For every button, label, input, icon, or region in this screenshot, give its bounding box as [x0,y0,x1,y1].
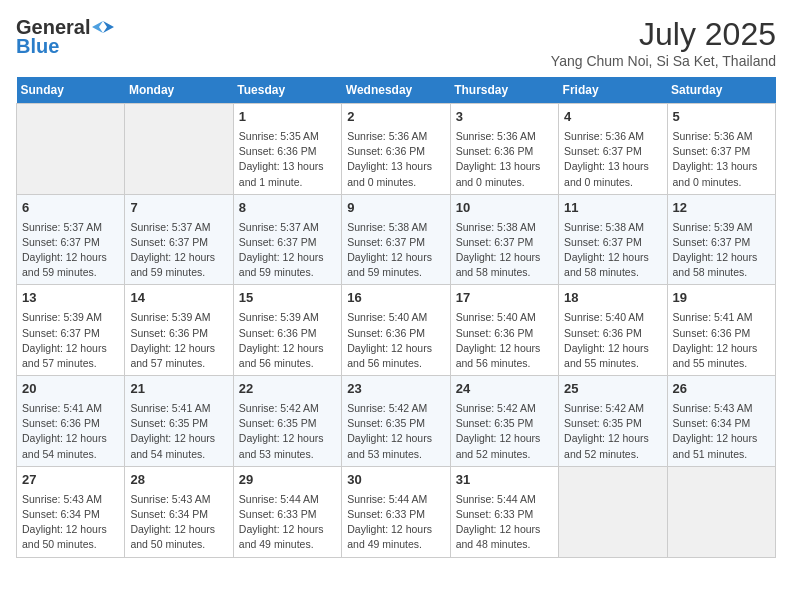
day-info: Sunrise: 5:35 AM Sunset: 6:36 PM Dayligh… [239,129,336,190]
day-number: 7 [130,199,227,218]
day-number: 8 [239,199,336,218]
day-info: Sunrise: 5:41 AM Sunset: 6:36 PM Dayligh… [22,401,119,462]
day-info: Sunrise: 5:39 AM Sunset: 6:36 PM Dayligh… [239,310,336,371]
calendar-cell [667,466,775,557]
calendar-week-row: 20Sunrise: 5:41 AM Sunset: 6:36 PM Dayli… [17,376,776,467]
day-number: 30 [347,471,444,490]
calendar-cell: 3Sunrise: 5:36 AM Sunset: 6:36 PM Daylig… [450,104,558,195]
calendar-cell: 30Sunrise: 5:44 AM Sunset: 6:33 PM Dayli… [342,466,450,557]
calendar-cell [125,104,233,195]
calendar-cell: 15Sunrise: 5:39 AM Sunset: 6:36 PM Dayli… [233,285,341,376]
calendar-cell: 8Sunrise: 5:37 AM Sunset: 6:37 PM Daylig… [233,194,341,285]
calendar-cell: 7Sunrise: 5:37 AM Sunset: 6:37 PM Daylig… [125,194,233,285]
logo: General Blue [16,16,114,58]
calendar-table: SundayMondayTuesdayWednesdayThursdayFrid… [16,77,776,558]
day-info: Sunrise: 5:37 AM Sunset: 6:37 PM Dayligh… [239,220,336,281]
calendar-cell: 9Sunrise: 5:38 AM Sunset: 6:37 PM Daylig… [342,194,450,285]
calendar-cell: 31Sunrise: 5:44 AM Sunset: 6:33 PM Dayli… [450,466,558,557]
column-header-saturday: Saturday [667,77,775,104]
day-info: Sunrise: 5:37 AM Sunset: 6:37 PM Dayligh… [22,220,119,281]
logo-blue: Blue [16,35,59,58]
day-number: 4 [564,108,661,127]
day-info: Sunrise: 5:36 AM Sunset: 6:37 PM Dayligh… [673,129,770,190]
day-number: 3 [456,108,553,127]
calendar-header-row: SundayMondayTuesdayWednesdayThursdayFrid… [17,77,776,104]
day-info: Sunrise: 5:38 AM Sunset: 6:37 PM Dayligh… [564,220,661,281]
page-header: General Blue July 2025 Yang Chum Noi, Si… [16,16,776,69]
calendar-cell: 20Sunrise: 5:41 AM Sunset: 6:36 PM Dayli… [17,376,125,467]
location-subtitle: Yang Chum Noi, Si Sa Ket, Thailand [551,53,776,69]
calendar-week-row: 13Sunrise: 5:39 AM Sunset: 6:37 PM Dayli… [17,285,776,376]
day-info: Sunrise: 5:42 AM Sunset: 6:35 PM Dayligh… [239,401,336,462]
day-info: Sunrise: 5:36 AM Sunset: 6:37 PM Dayligh… [564,129,661,190]
column-header-sunday: Sunday [17,77,125,104]
day-info: Sunrise: 5:44 AM Sunset: 6:33 PM Dayligh… [239,492,336,553]
day-info: Sunrise: 5:42 AM Sunset: 6:35 PM Dayligh… [347,401,444,462]
day-number: 13 [22,289,119,308]
svg-marker-1 [92,21,103,33]
day-info: Sunrise: 5:40 AM Sunset: 6:36 PM Dayligh… [456,310,553,371]
title-block: July 2025 Yang Chum Noi, Si Sa Ket, Thai… [551,16,776,69]
day-number: 26 [673,380,770,399]
day-number: 14 [130,289,227,308]
day-info: Sunrise: 5:40 AM Sunset: 6:36 PM Dayligh… [564,310,661,371]
day-info: Sunrise: 5:41 AM Sunset: 6:36 PM Dayligh… [673,310,770,371]
calendar-week-row: 27Sunrise: 5:43 AM Sunset: 6:34 PM Dayli… [17,466,776,557]
day-number: 18 [564,289,661,308]
day-number: 6 [22,199,119,218]
day-number: 9 [347,199,444,218]
day-info: Sunrise: 5:38 AM Sunset: 6:37 PM Dayligh… [456,220,553,281]
day-number: 10 [456,199,553,218]
calendar-cell [17,104,125,195]
calendar-cell: 12Sunrise: 5:39 AM Sunset: 6:37 PM Dayli… [667,194,775,285]
calendar-cell: 18Sunrise: 5:40 AM Sunset: 6:36 PM Dayli… [559,285,667,376]
month-year-title: July 2025 [551,16,776,53]
day-number: 20 [22,380,119,399]
calendar-cell: 27Sunrise: 5:43 AM Sunset: 6:34 PM Dayli… [17,466,125,557]
day-number: 15 [239,289,336,308]
column-header-monday: Monday [125,77,233,104]
calendar-cell [559,466,667,557]
day-info: Sunrise: 5:39 AM Sunset: 6:37 PM Dayligh… [673,220,770,281]
day-number: 17 [456,289,553,308]
calendar-cell: 19Sunrise: 5:41 AM Sunset: 6:36 PM Dayli… [667,285,775,376]
day-info: Sunrise: 5:36 AM Sunset: 6:36 PM Dayligh… [347,129,444,190]
calendar-cell: 10Sunrise: 5:38 AM Sunset: 6:37 PM Dayli… [450,194,558,285]
day-number: 22 [239,380,336,399]
day-info: Sunrise: 5:43 AM Sunset: 6:34 PM Dayligh… [22,492,119,553]
day-number: 31 [456,471,553,490]
day-info: Sunrise: 5:38 AM Sunset: 6:37 PM Dayligh… [347,220,444,281]
day-number: 29 [239,471,336,490]
column-header-tuesday: Tuesday [233,77,341,104]
column-header-wednesday: Wednesday [342,77,450,104]
calendar-cell: 17Sunrise: 5:40 AM Sunset: 6:36 PM Dayli… [450,285,558,376]
day-number: 2 [347,108,444,127]
calendar-cell: 22Sunrise: 5:42 AM Sunset: 6:35 PM Dayli… [233,376,341,467]
logo-bird-icon [92,17,114,39]
column-header-thursday: Thursday [450,77,558,104]
calendar-cell: 25Sunrise: 5:42 AM Sunset: 6:35 PM Dayli… [559,376,667,467]
calendar-cell: 23Sunrise: 5:42 AM Sunset: 6:35 PM Dayli… [342,376,450,467]
day-info: Sunrise: 5:39 AM Sunset: 6:37 PM Dayligh… [22,310,119,371]
day-info: Sunrise: 5:44 AM Sunset: 6:33 PM Dayligh… [456,492,553,553]
day-info: Sunrise: 5:42 AM Sunset: 6:35 PM Dayligh… [564,401,661,462]
calendar-cell: 4Sunrise: 5:36 AM Sunset: 6:37 PM Daylig… [559,104,667,195]
calendar-cell: 28Sunrise: 5:43 AM Sunset: 6:34 PM Dayli… [125,466,233,557]
day-number: 12 [673,199,770,218]
day-number: 28 [130,471,227,490]
day-number: 16 [347,289,444,308]
day-number: 25 [564,380,661,399]
day-info: Sunrise: 5:40 AM Sunset: 6:36 PM Dayligh… [347,310,444,371]
day-info: Sunrise: 5:42 AM Sunset: 6:35 PM Dayligh… [456,401,553,462]
calendar-cell: 16Sunrise: 5:40 AM Sunset: 6:36 PM Dayli… [342,285,450,376]
day-info: Sunrise: 5:36 AM Sunset: 6:36 PM Dayligh… [456,129,553,190]
calendar-cell: 6Sunrise: 5:37 AM Sunset: 6:37 PM Daylig… [17,194,125,285]
day-number: 21 [130,380,227,399]
calendar-cell: 2Sunrise: 5:36 AM Sunset: 6:36 PM Daylig… [342,104,450,195]
day-info: Sunrise: 5:39 AM Sunset: 6:36 PM Dayligh… [130,310,227,371]
calendar-cell: 11Sunrise: 5:38 AM Sunset: 6:37 PM Dayli… [559,194,667,285]
calendar-cell: 13Sunrise: 5:39 AM Sunset: 6:37 PM Dayli… [17,285,125,376]
day-info: Sunrise: 5:44 AM Sunset: 6:33 PM Dayligh… [347,492,444,553]
day-info: Sunrise: 5:37 AM Sunset: 6:37 PM Dayligh… [130,220,227,281]
calendar-week-row: 6Sunrise: 5:37 AM Sunset: 6:37 PM Daylig… [17,194,776,285]
